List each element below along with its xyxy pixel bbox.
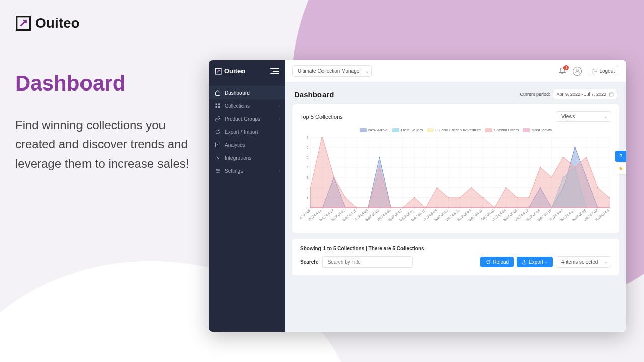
export-icon bbox=[522, 260, 527, 265]
chevron-right-icon: › bbox=[279, 117, 280, 121]
svg-point-160 bbox=[586, 157, 587, 158]
svg-point-174 bbox=[436, 207, 437, 208]
sidebar-item-integrations[interactable]: Integrations bbox=[209, 151, 285, 164]
metric-selector[interactable]: Views bbox=[556, 111, 611, 122]
sliders-icon bbox=[215, 168, 221, 174]
sidebar-item-collections[interactable]: Collections› bbox=[209, 99, 285, 112]
svg-point-161 bbox=[597, 187, 598, 188]
svg-text:6: 6 bbox=[306, 146, 308, 150]
sidebar-item-product-groups[interactable]: Product Groups› bbox=[209, 112, 285, 125]
chevron-right-icon: › bbox=[279, 104, 280, 108]
svg-point-155 bbox=[528, 197, 529, 198]
svg-point-179 bbox=[494, 207, 495, 208]
svg-point-139 bbox=[345, 197, 346, 198]
chart-card: Top 5 Collections Views New ArrivalBest … bbox=[292, 104, 619, 233]
sidebar-item-label: Collections bbox=[225, 103, 250, 109]
marketing-title: Dashboard bbox=[15, 71, 206, 96]
user-menu[interactable] bbox=[573, 67, 582, 76]
reload-button[interactable]: Reload bbox=[480, 257, 514, 267]
main-content: Ultimate Collection Manager 1 Logout Das… bbox=[285, 60, 626, 332]
home-icon bbox=[215, 89, 221, 96]
svg-point-168 bbox=[367, 207, 368, 208]
chevron-right-icon: › bbox=[279, 169, 280, 173]
period-label: Current period: bbox=[520, 92, 550, 97]
svg-rect-3 bbox=[218, 104, 220, 106]
svg-point-138 bbox=[333, 177, 334, 178]
sidebar: Ouiteo DashboardCollections›Product Grou… bbox=[209, 60, 285, 332]
svg-point-157 bbox=[551, 177, 552, 178]
expand-icon bbox=[215, 155, 221, 161]
table-info: Showing 1 to 5 Collections | There are 5… bbox=[300, 246, 611, 251]
export-button[interactable]: Export ⌵ bbox=[517, 257, 553, 267]
legend-item[interactable]: Best Sellers bbox=[392, 128, 423, 132]
help-button[interactable]: ? bbox=[615, 151, 626, 162]
legend-item[interactable]: New Arrival bbox=[360, 128, 388, 132]
star-icon: ★ bbox=[618, 165, 623, 172]
svg-point-171 bbox=[402, 207, 403, 208]
svg-point-156 bbox=[540, 167, 541, 168]
svg-point-186 bbox=[574, 207, 575, 208]
app-selector[interactable]: Ultimate Collection Manager bbox=[292, 65, 372, 77]
user-icon bbox=[575, 68, 580, 74]
sidebar-item-settings[interactable]: Settings› bbox=[209, 164, 285, 177]
svg-text:3: 3 bbox=[306, 176, 308, 180]
help-icon: ? bbox=[619, 153, 622, 159]
svg-text:4: 4 bbox=[306, 166, 308, 170]
calendar-icon bbox=[609, 92, 614, 97]
svg-point-151 bbox=[482, 197, 484, 198]
svg-point-142 bbox=[379, 167, 380, 168]
svg-point-164 bbox=[321, 207, 323, 208]
svg-text:1: 1 bbox=[306, 196, 308, 200]
svg-point-61 bbox=[379, 157, 380, 158]
columns-selector[interactable]: 4 items selected bbox=[556, 256, 611, 268]
marketing-panel: Ouiteo Dashboard Find winning collection… bbox=[15, 15, 206, 173]
logout-button[interactable]: Logout bbox=[588, 66, 619, 76]
svg-text:5: 5 bbox=[306, 156, 308, 160]
logo-icon bbox=[215, 68, 222, 75]
svg-point-153 bbox=[505, 187, 506, 188]
sidebar-item-dashboard[interactable]: Dashboard bbox=[209, 86, 285, 99]
svg-point-158 bbox=[562, 157, 564, 158]
chart-title: Top 5 Collections bbox=[300, 114, 343, 120]
svg-point-180 bbox=[505, 207, 506, 208]
svg-point-137 bbox=[321, 137, 323, 138]
svg-point-170 bbox=[390, 207, 391, 208]
svg-point-145 bbox=[414, 197, 415, 198]
svg-point-9 bbox=[577, 69, 579, 71]
reload-icon bbox=[486, 260, 491, 265]
svg-point-162 bbox=[609, 197, 610, 198]
svg-point-6 bbox=[216, 169, 217, 170]
svg-point-176 bbox=[459, 207, 460, 208]
brand-logo: Ouiteo bbox=[15, 15, 206, 31]
sidebar-logo[interactable]: Ouiteo bbox=[215, 67, 245, 75]
sidebar-item-label: Integrations bbox=[225, 155, 251, 161]
search-input[interactable] bbox=[322, 256, 413, 268]
link-icon bbox=[215, 116, 221, 122]
svg-point-159 bbox=[574, 167, 575, 168]
sidebar-brand: Ouiteo bbox=[224, 67, 245, 75]
legend-item[interactable]: 3D and Frozen Adventure bbox=[427, 128, 481, 132]
svg-point-172 bbox=[414, 207, 415, 208]
sidebar-item-label: Settings bbox=[225, 168, 243, 174]
svg-point-165 bbox=[333, 207, 334, 208]
svg-text:2: 2 bbox=[306, 186, 308, 190]
legend-item[interactable]: Most Views bbox=[523, 128, 552, 132]
topbar: Ultimate Collection Manager 1 Logout bbox=[285, 60, 626, 82]
legend-item[interactable]: Special Offers bbox=[485, 128, 519, 132]
svg-rect-5 bbox=[218, 106, 220, 108]
svg-point-148 bbox=[448, 197, 449, 198]
favorite-button[interactable]: ★ bbox=[615, 163, 626, 174]
svg-point-147 bbox=[436, 187, 437, 188]
sidebar-item-analytics[interactable]: Analytics bbox=[209, 138, 285, 151]
sidebar-item-export-import[interactable]: Export / Import bbox=[209, 125, 285, 138]
period-picker[interactable]: Apr 9, 2022 - Jul 7, 2022 bbox=[553, 89, 617, 99]
menu-toggle-icon[interactable] bbox=[270, 68, 279, 74]
svg-point-149 bbox=[459, 197, 460, 198]
grid-icon bbox=[215, 103, 221, 109]
svg-point-183 bbox=[540, 207, 541, 208]
notifications-button[interactable]: 1 bbox=[558, 67, 567, 75]
svg-point-136 bbox=[310, 187, 311, 188]
chart-legend: New ArrivalBest Sellers3D and Frozen Adv… bbox=[300, 128, 611, 132]
svg-text:7: 7 bbox=[306, 136, 308, 140]
svg-rect-2 bbox=[216, 104, 218, 106]
